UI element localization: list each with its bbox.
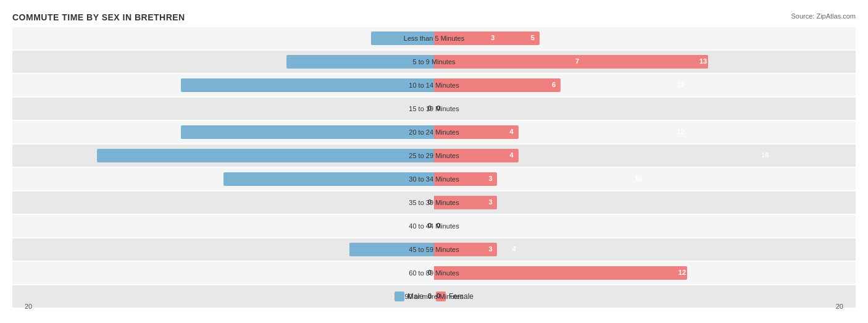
- male-value-label: 3: [491, 34, 495, 41]
- table-row: 25 to 29 Minutes164: [12, 145, 856, 167]
- female-value-label: 3: [488, 245, 492, 253]
- bar-female: [434, 243, 497, 256]
- bar-female: [434, 55, 708, 69]
- female-value-label: 12: [678, 269, 686, 276]
- legend: Male Female: [12, 292, 856, 301]
- female-value-label: 0: [436, 104, 440, 112]
- row-label: 15 to 19 Minutes: [409, 105, 459, 112]
- male-value-label: 0: [428, 198, 432, 206]
- male-value-label: 16: [761, 151, 769, 159]
- table-row: 45 to 59 Minutes43: [12, 238, 856, 261]
- male-value-label: 0: [428, 222, 432, 229]
- source-label: Source: ZipAtlas.com: [791, 12, 856, 20]
- bar-male: [97, 149, 434, 162]
- chart-title: COMMUTE TIME BY SEX IN BRETHREN: [12, 12, 856, 22]
- male-value-label: 0: [428, 269, 432, 276]
- axis-left-label: 20: [25, 303, 32, 310]
- bar-female: [434, 149, 519, 162]
- bars-area: Less than 5 Minutes355 to 9 Minutes71310…: [12, 27, 856, 287]
- bar-female: [434, 78, 561, 92]
- table-row: 5 to 9 Minutes713: [12, 51, 856, 73]
- bar-female: [434, 31, 540, 45]
- female-value-label: 6: [552, 81, 556, 88]
- legend-female: Female: [436, 292, 474, 301]
- female-value-label: 13: [699, 57, 707, 65]
- female-value-label: 4: [510, 128, 514, 135]
- legend-male-box: [394, 292, 404, 301]
- table-row: 35 to 39 Minutes03: [12, 191, 856, 214]
- row-label: 40 to 44 Minutes: [409, 222, 459, 230]
- male-value-label: 12: [677, 81, 685, 88]
- bar-female: [434, 172, 497, 186]
- legend-male-label: Male: [407, 292, 424, 301]
- male-value-label: 0: [428, 292, 432, 300]
- bar-female: [434, 125, 519, 139]
- table-row: 40 to 44 Minutes00: [12, 215, 856, 237]
- bar-female: [434, 196, 497, 209]
- male-value-label: 10: [635, 175, 642, 182]
- female-value-label: 5: [531, 34, 535, 41]
- table-row: 15 to 19 Minutes00: [12, 98, 856, 120]
- female-value-label: 4: [510, 151, 514, 159]
- table-row: 10 to 14 Minutes126: [12, 74, 856, 96]
- male-value-label: 0: [428, 104, 432, 112]
- legend-female-label: Female: [449, 292, 474, 301]
- bar-female: [434, 266, 687, 280]
- legend-male: Male: [394, 292, 424, 301]
- bar-male: [181, 78, 434, 92]
- table-row: 60 to 89 Minutes012: [12, 262, 856, 284]
- bar-male: [181, 125, 434, 139]
- bar-male: [223, 172, 435, 186]
- female-value-label: 0: [436, 222, 440, 229]
- chart-container: COMMUTE TIME BY SEX IN BRETHREN Source: …: [0, 0, 868, 323]
- bar-male: [286, 55, 434, 69]
- bar-male: [371, 31, 434, 45]
- table-row: Less than 5 Minutes35: [12, 27, 856, 49]
- female-value-label: 3: [488, 198, 492, 206]
- male-value-label: 7: [575, 57, 579, 65]
- table-row: 20 to 24 Minutes124: [12, 121, 856, 143]
- table-row: 30 to 34 Minutes103: [12, 168, 856, 190]
- male-value-label: 4: [512, 245, 515, 253]
- female-value-label: 3: [488, 175, 492, 182]
- male-value-label: 12: [677, 128, 685, 135]
- female-value-label: 0: [436, 292, 440, 300]
- bar-male: [349, 243, 434, 256]
- axis-right-label: 20: [836, 303, 843, 310]
